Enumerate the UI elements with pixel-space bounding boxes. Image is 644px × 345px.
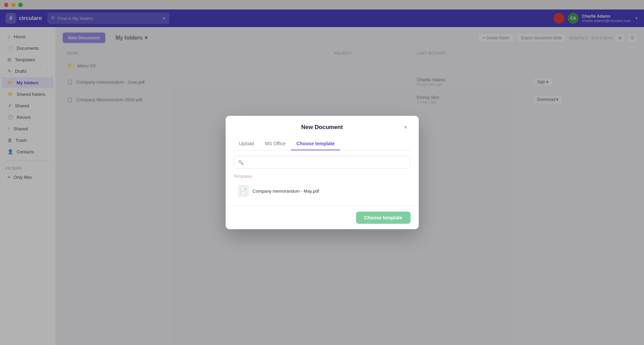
- modal-overlay: New Document × Upload MS Office Choose t…: [0, 0, 644, 345]
- template-search-input[interactable]: [246, 160, 406, 165]
- tab-ms-office[interactable]: MS Office: [259, 137, 291, 150]
- modal-close-button[interactable]: ×: [401, 123, 411, 132]
- template-name: Company memorandum - May.pdf: [253, 189, 319, 194]
- tab-upload[interactable]: Upload: [234, 137, 259, 150]
- choose-template-button[interactable]: Choose template: [356, 212, 411, 224]
- list-item[interactable]: 📄 Company memorandum - May.pdf: [234, 181, 411, 200]
- modal-title: New Document: [243, 124, 401, 131]
- modal-header: New Document ×: [226, 116, 419, 132]
- new-document-modal: New Document × Upload MS Office Choose t…: [226, 116, 419, 229]
- template-search-wrap: 🔍: [234, 156, 411, 169]
- modal-footer: Choose template: [226, 206, 419, 229]
- modal-body: 🔍 Templates 📄 Company memorandum - May.p…: [226, 150, 419, 206]
- template-file-icon: 📄: [238, 185, 249, 197]
- modal-tabs: Upload MS Office Choose template: [234, 137, 411, 150]
- search-icon: 🔍: [238, 160, 244, 165]
- tab-choose-template[interactable]: Choose template: [291, 137, 340, 150]
- templates-section-label: Templates: [234, 174, 411, 179]
